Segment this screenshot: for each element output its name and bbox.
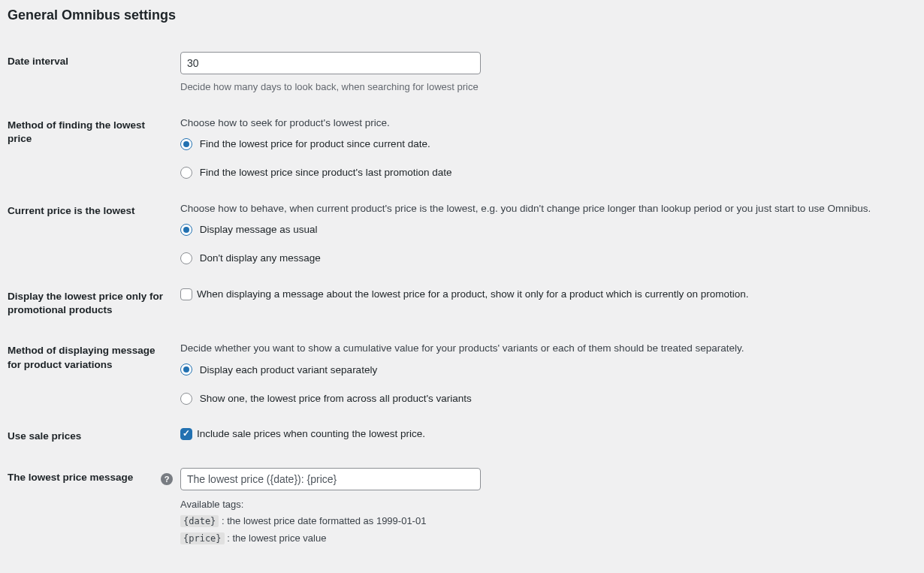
variations-text-separate: Display each product variant separately bbox=[200, 364, 377, 375]
variations-label: Method of displaying message for product… bbox=[8, 330, 173, 416]
message-label: The lowest price message bbox=[8, 457, 173, 557]
date-interval-label: Date interval bbox=[8, 41, 173, 105]
promo-only-checkbox[interactable] bbox=[180, 288, 192, 300]
message-input[interactable] bbox=[180, 468, 481, 490]
current-lowest-desc: Choose how to behave, when current produ… bbox=[180, 201, 909, 216]
sale-prices-text: Include sale prices when counting the lo… bbox=[197, 427, 425, 442]
variations-option-combined[interactable]: Show one, the lowest price from across a… bbox=[180, 391, 909, 406]
promo-only-text: When displaying a message about the lowe… bbox=[197, 287, 749, 302]
tag-date: {date} bbox=[180, 515, 219, 527]
help-icon[interactable]: ? bbox=[161, 473, 173, 485]
method-lowest-option-current[interactable]: Find the lowest price for product since … bbox=[180, 136, 909, 151]
variations-text-combined: Show one, the lowest price from across a… bbox=[200, 393, 472, 404]
tag-date-row: {date} : the lowest price date formatted… bbox=[180, 514, 909, 529]
variations-desc: Decide whether you want to show a cumula… bbox=[180, 341, 909, 356]
tag-price-row: {price} : the lowest price value bbox=[180, 532, 909, 546]
tag-date-desc: : the lowest price date formatted as 199… bbox=[219, 515, 426, 526]
method-lowest-text-promo: Find the lowest price since product's la… bbox=[200, 167, 452, 178]
method-lowest-label: Method of finding the lowest price bbox=[8, 105, 173, 191]
promo-only-option[interactable]: When displaying a message about the lowe… bbox=[180, 287, 749, 302]
current-lowest-radio-hide[interactable] bbox=[180, 252, 192, 264]
date-interval-desc: Decide how many days to look back, when … bbox=[180, 80, 909, 95]
sale-prices-label: Use sale prices bbox=[8, 416, 173, 457]
method-lowest-radio-promo[interactable] bbox=[180, 167, 192, 179]
date-interval-input[interactable] bbox=[180, 52, 481, 74]
method-lowest-text-current: Find the lowest price for product since … bbox=[200, 138, 430, 149]
variations-radio-separate[interactable] bbox=[180, 363, 192, 375]
current-lowest-label: Current price is the lowest bbox=[8, 191, 173, 276]
tag-price-desc: : the lowest price value bbox=[225, 532, 327, 544]
method-lowest-desc: Choose how to seek for product's lowest … bbox=[180, 116, 909, 131]
current-lowest-option-hide[interactable]: Don't display any message bbox=[180, 251, 909, 266]
method-lowest-radio-current[interactable] bbox=[180, 138, 192, 150]
variations-option-separate[interactable]: Display each product variant separately bbox=[180, 362, 909, 377]
method-lowest-option-promo[interactable]: Find the lowest price since product's la… bbox=[180, 165, 909, 180]
current-lowest-text-hide: Don't display any message bbox=[200, 252, 321, 264]
tag-price: {price} bbox=[180, 532, 225, 544]
settings-form: Date interval Decide how many days to lo… bbox=[8, 41, 916, 556]
sale-prices-checkbox[interactable] bbox=[180, 428, 192, 440]
current-lowest-text-display: Display message as usual bbox=[200, 224, 318, 235]
sale-prices-option[interactable]: Include sale prices when counting the lo… bbox=[180, 427, 425, 442]
current-lowest-radio-display[interactable] bbox=[180, 224, 192, 236]
section-title: General Omnibus settings bbox=[8, 8, 916, 23]
promo-only-label: Display the lowest price only for promot… bbox=[8, 276, 173, 330]
tags-title: Available tags: bbox=[180, 498, 909, 512]
variations-radio-combined[interactable] bbox=[180, 393, 192, 405]
current-lowest-option-display[interactable]: Display message as usual bbox=[180, 222, 909, 237]
